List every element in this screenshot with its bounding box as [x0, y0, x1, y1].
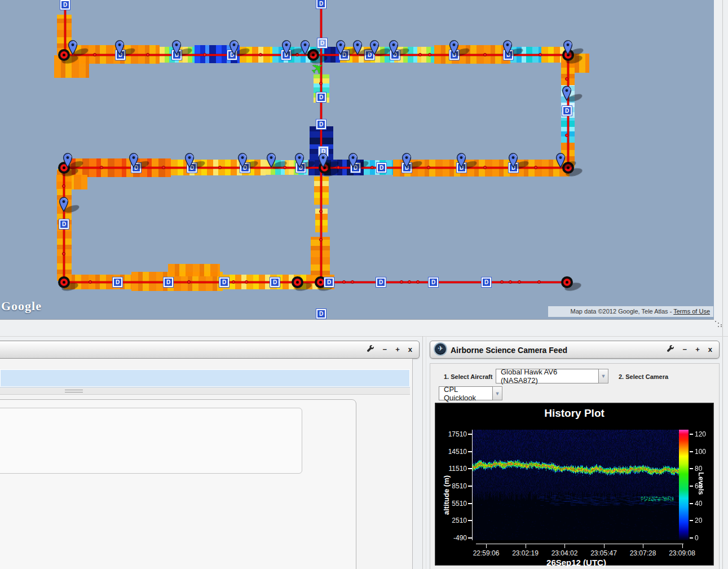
- map-pin[interactable]: [237, 153, 248, 170]
- waypoint-d-marker[interactable]: D: [429, 277, 438, 287]
- route-vertex-dot[interactable]: [100, 166, 103, 169]
- aircraft-select[interactable]: Global Hawk AV6 (NASA872): [496, 369, 599, 383]
- map-pin[interactable]: [63, 153, 73, 170]
- map-pin[interactable]: [555, 153, 566, 170]
- route-vertex-dot[interactable]: [537, 280, 541, 284]
- maximize-button[interactable]: +: [395, 346, 400, 354]
- terms-of-use-link[interactable]: Terms of Use: [673, 308, 710, 315]
- waypoint-d-marker[interactable]: D: [316, 309, 326, 319]
- route-vertex-dot[interactable]: [400, 280, 403, 284]
- target-marker[interactable]: [561, 276, 573, 288]
- target-marker[interactable]: [292, 276, 303, 288]
- map-pin[interactable]: [562, 86, 572, 103]
- route-vertex-dot[interactable]: [370, 166, 374, 169]
- drag-handle-icon[interactable]: [65, 390, 83, 392]
- route-vertex-dot[interactable]: [565, 77, 568, 81]
- map-pin[interactable]: [502, 40, 513, 58]
- map-pin[interactable]: [266, 153, 276, 170]
- route-vertex-dot[interactable]: [89, 280, 92, 284]
- route-vertex-dot[interactable]: [518, 280, 521, 284]
- map-pin[interactable]: [352, 40, 363, 58]
- waypoint-d-marker[interactable]: D: [60, 0, 70, 10]
- waypoint-d-marker[interactable]: D: [482, 277, 491, 287]
- waypoint-d-marker[interactable]: D: [316, 0, 326, 8]
- route-vertex-dot[interactable]: [93, 53, 96, 56]
- map-pin[interactable]: [449, 40, 459, 58]
- waypoint-d-marker[interactable]: D: [324, 277, 334, 287]
- selected-row[interactable]: [0, 369, 410, 387]
- route-vertex-dot[interactable]: [428, 53, 431, 56]
- waypoint-d-marker[interactable]: D: [59, 219, 69, 229]
- route-vertex-dot[interactable]: [534, 166, 537, 169]
- route-vertex-dot[interactable]: [259, 53, 262, 56]
- map-pin[interactable]: [318, 153, 328, 170]
- minimize-button[interactable]: −: [683, 346, 687, 354]
- route-vertex-dot[interactable]: [203, 53, 206, 56]
- route-vertex-dot[interactable]: [408, 280, 411, 284]
- route-vertex-dot[interactable]: [500, 280, 504, 284]
- map-pin[interactable]: [114, 40, 125, 58]
- route-vertex-dot[interactable]: [62, 252, 65, 255]
- map-pin[interactable]: [184, 153, 195, 170]
- map-pin[interactable]: [508, 153, 518, 170]
- left-panel-header[interactable]: − + x: [0, 341, 420, 359]
- waypoint-d-marker[interactable]: D: [376, 277, 386, 287]
- route-vertex-dot[interactable]: [565, 134, 568, 137]
- close-button[interactable]: x: [408, 346, 412, 354]
- route-vertex-dot[interactable]: [319, 238, 323, 241]
- waypoint-d-marker[interactable]: D: [270, 277, 280, 287]
- route-vertex-dot[interactable]: [427, 166, 430, 169]
- waypoint-d-marker[interactable]: D: [113, 277, 122, 287]
- route-vertex-dot[interactable]: [319, 82, 323, 85]
- map-viewport[interactable]: DDDDDDDDDDDDDDDDDDDDDDDDDDDDDDDDDDD: [0, 0, 714, 320]
- route-vertex-dot[interactable]: [162, 166, 165, 169]
- wrench-icon[interactable]: [367, 345, 374, 354]
- route-vertex-dot[interactable]: [539, 53, 542, 56]
- maximize-button[interactable]: +: [695, 346, 700, 354]
- map-pin[interactable]: [300, 40, 310, 58]
- map-pin[interactable]: [563, 40, 573, 58]
- route-vertex-dot[interactable]: [187, 280, 191, 284]
- close-button[interactable]: x: [708, 346, 712, 354]
- map-pin[interactable]: [229, 40, 239, 58]
- map-pin[interactable]: [401, 153, 412, 170]
- map-pin[interactable]: [171, 40, 182, 58]
- route-vertex-dot[interactable]: [232, 280, 235, 284]
- route-vertex-dot[interactable]: [218, 166, 222, 169]
- waypoint-d-marker[interactable]: D: [316, 92, 326, 102]
- waypoint-d-marker[interactable]: D: [164, 277, 173, 287]
- map-pin[interactable]: [129, 153, 139, 170]
- map-pin[interactable]: [336, 40, 346, 58]
- route-vertex-dot[interactable]: [483, 53, 487, 56]
- waypoint-d-marker[interactable]: D: [317, 38, 327, 48]
- waypoint-d-marker[interactable]: D: [316, 120, 326, 129]
- minimize-button[interactable]: −: [383, 346, 387, 354]
- panel-splitter[interactable]: [422, 336, 423, 569]
- waypoint-d-marker[interactable]: D: [562, 106, 572, 116]
- map-pin[interactable]: [294, 153, 305, 170]
- splitter-row[interactable]: [0, 387, 410, 395]
- route-vertex-dot[interactable]: [351, 280, 354, 284]
- map-pin[interactable]: [68, 40, 78, 58]
- route-vertex-dot[interactable]: [416, 280, 420, 284]
- route-vertex-dot[interactable]: [483, 166, 487, 169]
- camera-select-arrow[interactable]: ▼: [493, 386, 502, 400]
- wrench-icon[interactable]: [667, 345, 674, 354]
- route-vertex-dot[interactable]: [245, 280, 248, 284]
- camera-feed-header[interactable]: ✈ Airborne Science Camera Feed − + x: [430, 341, 720, 359]
- map-pin[interactable]: [369, 40, 380, 58]
- camera-select[interactable]: CPL Quicklook: [439, 386, 493, 400]
- history-plot-image[interactable]: History Plot 175101451011510851055102510…: [435, 403, 714, 566]
- route-vertex-dot[interactable]: [418, 53, 422, 56]
- waypoint-d-marker[interactable]: D: [377, 163, 386, 173]
- resize-grip[interactable]: [714, 320, 722, 327]
- waypoint-d-marker[interactable]: D: [219, 277, 229, 287]
- route-vertex-dot[interactable]: [146, 53, 149, 56]
- map-pin[interactable]: [456, 153, 466, 170]
- map-pin[interactable]: [59, 197, 69, 214]
- map-pin[interactable]: [281, 40, 292, 58]
- route-vertex-dot[interactable]: [342, 280, 346, 284]
- map-pin[interactable]: [389, 40, 399, 58]
- target-marker[interactable]: [58, 276, 70, 288]
- route-vertex-dot[interactable]: [62, 184, 65, 188]
